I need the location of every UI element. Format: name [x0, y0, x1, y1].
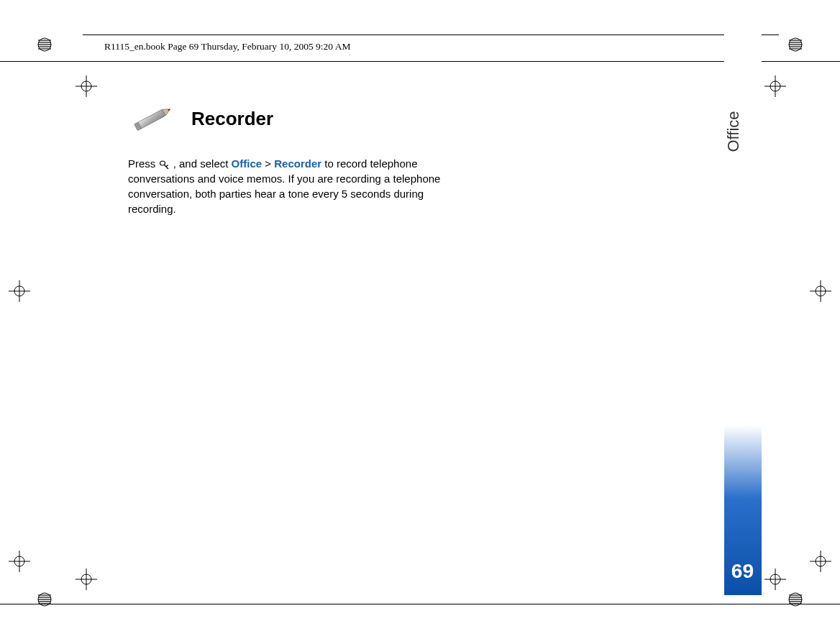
registration-mark-icon — [810, 551, 831, 572]
nav-path-office: Office — [232, 157, 262, 170]
registration-mark-icon — [76, 75, 97, 97]
crop-mark-icon — [37, 592, 52, 607]
document-header: R1115_en.book Page 69 Thursday, February… — [104, 41, 350, 52]
page-content: Recorder Press , and select Office > Rec… — [128, 104, 473, 216]
heading-row: Recorder — [128, 104, 473, 133]
body-text-part: , and select — [170, 157, 232, 170]
registration-mark-icon — [810, 280, 831, 302]
registration-mark-icon — [764, 75, 786, 97]
body-paragraph: Press , and select Office > Recorder to … — [128, 156, 473, 216]
registration-mark-icon — [9, 280, 30, 302]
registration-mark-icon — [76, 569, 97, 590]
side-tab-label: Office — [723, 111, 742, 152]
pencil-icon — [128, 104, 177, 133]
registration-mark-icon — [9, 551, 30, 572]
crop-line-bottom — [0, 604, 840, 604]
nav-separator: > — [262, 157, 274, 170]
crop-mark-icon — [37, 37, 52, 52]
registration-mark-icon — [764, 569, 786, 590]
section-heading: Recorder — [191, 108, 273, 130]
page-number: 69 — [731, 560, 754, 583]
crop-line-top — [0, 61, 840, 62]
crop-mark-icon — [788, 37, 803, 52]
header-separator — [83, 34, 779, 35]
crop-mark-icon — [788, 592, 803, 607]
svg-rect-48 — [137, 109, 165, 129]
nav-path-recorder: Recorder — [274, 157, 321, 170]
body-text-part: Press — [128, 157, 159, 170]
menu-key-icon — [159, 159, 170, 169]
